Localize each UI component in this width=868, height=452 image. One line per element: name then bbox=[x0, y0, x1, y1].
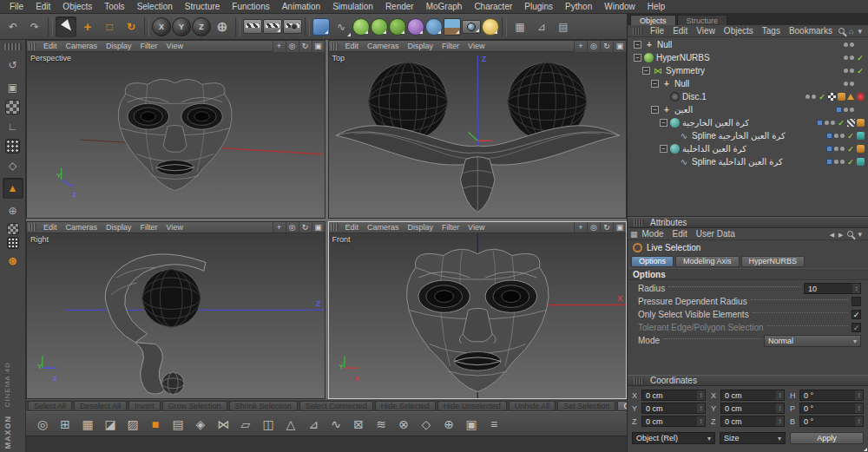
viewport-menu-item[interactable]: Cameras bbox=[363, 223, 404, 232]
stepper-icon[interactable] bbox=[776, 403, 784, 413]
tag-icon[interactable] bbox=[857, 119, 865, 127]
position-input[interactable]: 0 cm bbox=[641, 416, 706, 427]
viewport-perspective[interactable]: EditCamerasDisplayFilterView +◎↻▣ bbox=[26, 40, 326, 219]
layer-chip[interactable] bbox=[817, 120, 823, 126]
visibility-dots[interactable] bbox=[844, 108, 854, 112]
drag-handle-icon[interactable] bbox=[29, 43, 36, 50]
select-connected-button[interactable]: Select Connected bbox=[299, 401, 373, 411]
object-tree-row[interactable]: Disc.1 bbox=[628, 90, 868, 103]
viewport-canvas-perspective[interactable]: Perspective Y Z bbox=[27, 52, 325, 218]
back-icon[interactable] bbox=[830, 230, 834, 239]
menu-item[interactable]: Tools bbox=[98, 0, 130, 14]
set-selection-button[interactable]: Set Selection bbox=[557, 401, 615, 411]
z-axis-lock-button[interactable]: Z bbox=[192, 17, 211, 36]
viewport-menu-item[interactable]: View bbox=[162, 223, 187, 232]
workplane-toggle-icon[interactable]: ▤ bbox=[553, 16, 574, 37]
scale-tool-icon[interactable]: □ bbox=[99, 16, 120, 37]
cone-tool-icon[interactable]: △ bbox=[281, 415, 300, 434]
viewport-menu-item[interactable]: Filter bbox=[136, 42, 162, 50]
visibility-dots[interactable] bbox=[834, 134, 845, 138]
object-tree-row[interactable]: Null bbox=[628, 77, 868, 90]
rotate-view-icon[interactable]: ↻ bbox=[299, 221, 312, 233]
rows-tool-icon[interactable]: ▤ bbox=[168, 415, 187, 434]
stepper-icon[interactable] bbox=[852, 284, 860, 293]
drag-handle-icon[interactable] bbox=[4, 43, 22, 50]
viewport-menu-item[interactable]: Cameras bbox=[363, 42, 404, 50]
waves-tool-icon[interactable]: ≋ bbox=[372, 415, 391, 434]
object-label[interactable]: HyperNURBS bbox=[656, 53, 710, 62]
plane-tool-icon[interactable]: ▱ bbox=[236, 415, 255, 434]
viewport-front[interactable]: EditCamerasDisplayFilterView +◎↻▣ bbox=[328, 221, 628, 400]
mode-dropdown[interactable]: Normal bbox=[764, 335, 861, 347]
object-tree-row[interactable]: Spline كرة العين الداخلية bbox=[628, 155, 868, 168]
expander-icon[interactable] bbox=[660, 145, 667, 153]
visibility-dots[interactable] bbox=[844, 56, 854, 60]
enable-check-icon[interactable] bbox=[856, 54, 865, 62]
size-input[interactable]: 0 cm bbox=[720, 416, 785, 427]
attributes-menu-item[interactable]: Mode bbox=[638, 229, 668, 239]
object-label[interactable]: كرة العين الداخلية bbox=[682, 144, 746, 154]
redo-icon[interactable]: ↷ bbox=[24, 16, 45, 37]
object-tree-row[interactable]: كرة العين الخارجية bbox=[628, 116, 868, 129]
floor-object-icon[interactable] bbox=[444, 18, 461, 36]
coordinate-system-icon[interactable]: ⊕ bbox=[212, 16, 233, 37]
tab-modeling-axis[interactable]: Modeling Axis bbox=[675, 256, 740, 267]
object-label[interactable]: Symmetry bbox=[666, 66, 705, 75]
menu-item[interactable]: Character bbox=[468, 0, 518, 14]
tab-options[interactable]: Options bbox=[631, 256, 674, 267]
shear-tool-icon[interactable]: ◪ bbox=[101, 415, 120, 434]
hide-selected-button[interactable]: Hide Selected bbox=[375, 401, 436, 411]
toggle-view-icon[interactable]: ▣ bbox=[312, 41, 325, 52]
grid-tool-icon[interactable]: ▦ bbox=[78, 415, 97, 434]
apply-button[interactable]: Apply bbox=[790, 432, 864, 444]
viewport-menu-item[interactable]: View bbox=[162, 42, 187, 50]
stepper-icon[interactable] bbox=[697, 416, 705, 426]
texture-mode-icon[interactable] bbox=[5, 100, 20, 115]
object-tree-row[interactable]: Null bbox=[628, 38, 868, 51]
viewport-menu-item[interactable]: Display bbox=[102, 223, 136, 232]
select-all-button[interactable]: Select All bbox=[28, 401, 72, 411]
position-input[interactable]: 0 cm bbox=[641, 403, 706, 414]
solid-box-tool-icon[interactable]: ▣ bbox=[462, 415, 481, 434]
object-label[interactable]: Disc.1 bbox=[682, 92, 707, 102]
rotate-view-icon[interactable]: ↻ bbox=[299, 41, 312, 52]
rotation-input[interactable]: 0 ° bbox=[799, 390, 864, 401]
checkbox[interactable] bbox=[852, 297, 861, 306]
deformer-icon[interactable] bbox=[425, 18, 443, 36]
viewport-canvas-top[interactable]: Top Z bbox=[329, 52, 627, 218]
display-mode-icon[interactable]: ▦ bbox=[510, 16, 530, 37]
enable-check-icon[interactable] bbox=[856, 67, 865, 75]
tag-icon[interactable] bbox=[857, 145, 865, 153]
home-icon[interactable] bbox=[849, 27, 853, 36]
object-manager-menu-item[interactable]: Bookmarks bbox=[785, 26, 837, 36]
viewport-right[interactable]: EditCamerasDisplayFilterView +◎↻▣ bbox=[26, 221, 326, 400]
viewport-menu-item[interactable]: Display bbox=[404, 223, 438, 232]
drag-handle-icon[interactable] bbox=[633, 28, 643, 35]
chevron-down-icon[interactable] bbox=[858, 230, 862, 239]
object-label[interactable]: Spline كرة العين الخارجية bbox=[692, 131, 786, 141]
object-label[interactable]: كرة العين الخارجية bbox=[682, 118, 749, 128]
search-icon[interactable] bbox=[838, 28, 845, 34]
render-view-icon[interactable] bbox=[243, 19, 262, 34]
object-tree-row[interactable]: HyperNURBS bbox=[628, 51, 868, 64]
ring-tool-icon[interactable]: ◎ bbox=[33, 415, 52, 434]
viewport-menu-item[interactable]: Edit bbox=[341, 223, 364, 232]
size-input[interactable]: 0 cm bbox=[720, 390, 785, 401]
workplane-mode-icon[interactable]: ∟ bbox=[3, 116, 23, 137]
enable-check-icon[interactable] bbox=[846, 145, 855, 154]
toggle-view-icon[interactable]: ▣ bbox=[613, 41, 626, 52]
checkbox[interactable] bbox=[852, 310, 861, 319]
attributes-menu-item[interactable]: Edit bbox=[668, 229, 692, 239]
menu-item[interactable]: Structure bbox=[179, 0, 227, 14]
paint-tool-icon[interactable]: ⊛ bbox=[3, 251, 23, 272]
wedge-tool-icon[interactable]: ⊿ bbox=[304, 415, 323, 434]
stepper-icon[interactable] bbox=[855, 403, 863, 413]
object-tree-row[interactable]: العين bbox=[628, 103, 868, 116]
viewport-top[interactable]: EditCamerasDisplayFilterView +◎↻▣ bbox=[328, 40, 628, 219]
layer-chip[interactable] bbox=[826, 159, 832, 165]
expander-icon[interactable] bbox=[651, 80, 659, 88]
size-input[interactable]: 0 cm bbox=[720, 403, 785, 414]
object-manager-menu-item[interactable]: File bbox=[646, 26, 668, 36]
visibility-dots[interactable] bbox=[825, 121, 835, 125]
tab-objects[interactable]: Objects bbox=[630, 15, 676, 25]
